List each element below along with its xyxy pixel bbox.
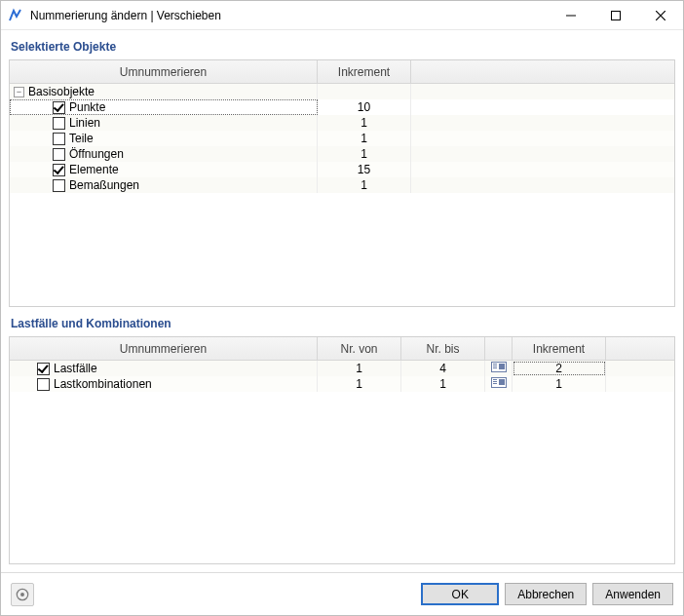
col-inkrement[interactable]: Inkrement [513, 337, 606, 360]
collapse-icon[interactable]: − [14, 87, 24, 97]
svg-point-13 [20, 593, 24, 597]
svg-rect-0 [566, 15, 576, 16]
col-inkrement[interactable]: Inkrement [318, 60, 411, 83]
svg-rect-5 [493, 367, 497, 368]
tree-row[interactable]: Linien 1 [10, 115, 674, 131]
increment-cell[interactable]: 1 [318, 115, 411, 131]
section-title: Lastfälle und Kombinationen [9, 313, 675, 336]
col-nr-bis[interactable]: Nr. bis [401, 337, 485, 360]
to-cell[interactable]: 1 [401, 376, 485, 392]
tree-row-label: Bemaßungen [69, 178, 139, 192]
details-icon[interactable] [491, 377, 507, 391]
svg-rect-11 [499, 379, 505, 385]
tree-row[interactable]: Öffnungen 1 [10, 146, 674, 162]
window-title: Nummerierung ändern | Verschieben [30, 9, 549, 22]
checkbox[interactable] [53, 101, 65, 114]
minimize-button[interactable] [549, 1, 593, 30]
client-area: Selektierte Objekte Umnummerieren Inkrem… [1, 30, 683, 615]
checkbox[interactable] [53, 164, 65, 176]
tree-root-row[interactable]: − Basisobjekte [10, 84, 674, 99]
increment-cell[interactable]: 15 [318, 162, 411, 177]
tree-row-label: Punkte [69, 100, 105, 114]
svg-rect-10 [493, 383, 497, 384]
cancel-button[interactable]: Abbrechen [505, 583, 587, 605]
checkbox[interactable] [53, 179, 65, 192]
grid-objects: Umnummerieren Inkrement − Basisobjekte P… [9, 59, 675, 307]
tree-row[interactable]: Lastfälle 1 4 2 [10, 361, 674, 376]
col-blank [606, 337, 674, 360]
checkbox[interactable] [37, 363, 50, 375]
col-blank [411, 60, 674, 83]
to-cell[interactable]: 4 [401, 361, 485, 376]
increment-cell[interactable]: 1 [318, 146, 411, 162]
button-bar: OK Abbrechen Anwenden [1, 572, 683, 615]
from-cell[interactable]: 1 [318, 361, 401, 376]
tree-row[interactable]: Elemente 15 [10, 162, 674, 177]
col-icon [485, 337, 513, 360]
app-icon [8, 8, 23, 23]
tree-row-label: Elemente [69, 163, 119, 176]
grid-loadcases: Umnummerieren Nr. von Nr. bis Inkrement … [9, 336, 675, 564]
svg-rect-4 [493, 366, 497, 366]
svg-rect-9 [493, 381, 497, 382]
titlebar[interactable]: Nummerierung ändern | Verschieben [1, 1, 683, 30]
tree-row-label: Lastfälle [54, 362, 97, 375]
svg-rect-1 [612, 11, 621, 19]
svg-rect-3 [493, 364, 497, 365]
details-icon[interactable] [491, 362, 507, 375]
increment-cell[interactable]: 2 [513, 361, 606, 376]
increment-cell[interactable]: 1 [513, 376, 606, 392]
grid-loadcases-header: Umnummerieren Nr. von Nr. bis Inkrement [10, 337, 674, 361]
help-button[interactable] [11, 583, 34, 606]
grid-objects-body[interactable]: − Basisobjekte Punkte 10 Linien 1 [10, 84, 674, 306]
tree-row-label: Linien [69, 116, 100, 130]
increment-cell[interactable]: 1 [318, 177, 411, 193]
ok-button[interactable]: OK [421, 583, 499, 605]
increment-cell[interactable]: 1 [318, 131, 411, 146]
checkbox[interactable] [53, 117, 65, 130]
tree-row[interactable]: Bemaßungen 1 [10, 177, 674, 193]
tree-row-label: Lastkombinationen [54, 377, 152, 391]
checkbox[interactable] [37, 378, 50, 391]
svg-rect-8 [493, 379, 497, 380]
checkbox[interactable] [53, 133, 65, 145]
col-umnummerieren[interactable]: Umnummerieren [10, 60, 318, 83]
tree-row[interactable]: Lastkombinationen 1 1 1 [10, 376, 674, 392]
increment-cell[interactable]: 10 [318, 99, 411, 115]
section-title: Selektierte Objekte [9, 36, 675, 59]
maximize-button[interactable] [593, 1, 638, 30]
section-loadcases: Lastfälle und Kombinationen Umnummeriere… [9, 313, 675, 564]
col-nr-von[interactable]: Nr. von [318, 337, 401, 360]
col-umnummerieren[interactable]: Umnummerieren [10, 337, 318, 360]
close-button[interactable] [638, 1, 683, 30]
tree-row[interactable]: Teile 1 [10, 131, 674, 146]
tree-root-label: Basisobjekte [28, 85, 95, 98]
grid-objects-header: Umnummerieren Inkrement [10, 60, 674, 84]
tree-row[interactable]: Punkte 10 [10, 99, 674, 115]
apply-button[interactable]: Anwenden [592, 583, 673, 605]
tree-row-label: Teile [69, 132, 94, 145]
from-cell[interactable]: 1 [318, 376, 401, 392]
svg-rect-6 [499, 364, 505, 369]
dialog-window: Nummerierung ändern | Verschieben Selekt… [0, 0, 684, 616]
section-selected-objects: Selektierte Objekte Umnummerieren Inkrem… [9, 36, 675, 307]
tree-row-label: Öffnungen [69, 147, 124, 161]
checkbox[interactable] [53, 148, 65, 161]
grid-loadcases-body[interactable]: Lastfälle 1 4 2 Lastkombinationen 1 1 1 [10, 361, 674, 563]
